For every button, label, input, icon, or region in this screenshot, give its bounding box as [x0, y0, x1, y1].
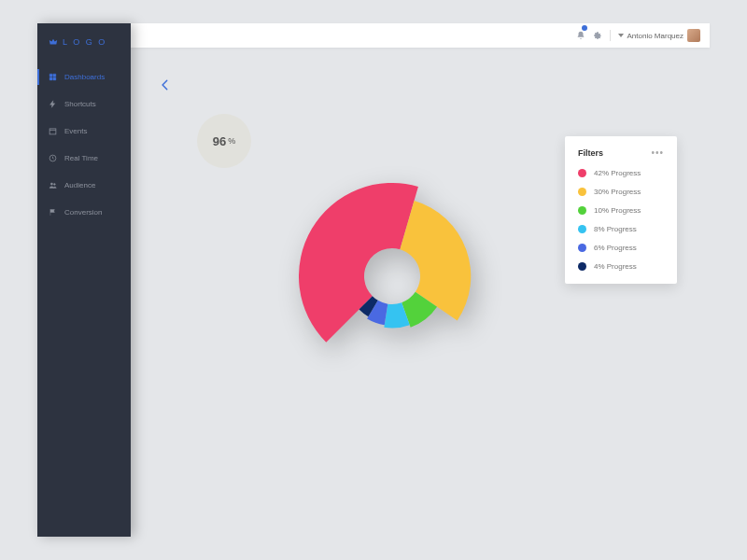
avatar	[687, 29, 700, 42]
sidebar-item-audience[interactable]: Audience	[37, 172, 131, 199]
legend-item[interactable]: 30% Progress	[578, 188, 664, 196]
chart-center-value: 96	[213, 134, 226, 148]
sidebar-item-events[interactable]: Events	[37, 118, 131, 145]
legend-item[interactable]: 10% Progress	[578, 206, 664, 215]
logo: L O G O	[37, 23, 131, 63]
caret-down-icon	[618, 34, 624, 37]
back-button[interactable]	[159, 76, 172, 98]
legend-item[interactable]: 42% Progress	[578, 169, 664, 177]
legend-swatch	[578, 169, 586, 177]
sidebar-item-conversion[interactable]: Conversion	[37, 199, 131, 226]
legend-label: 42% Progress	[594, 169, 641, 177]
legend-label: 6% Progress	[594, 244, 637, 252]
flag-icon	[49, 208, 57, 217]
filters-legend: 42% Progress30% Progress10% Progress8% P…	[578, 169, 664, 271]
legend-item[interactable]: 8% Progress	[578, 225, 664, 233]
sidebar-item-label: Conversion	[64, 208, 102, 217]
legend-swatch	[578, 225, 586, 233]
divider	[610, 30, 611, 41]
legend-item[interactable]: 4% Progress	[578, 262, 664, 271]
chevron-left-icon	[159, 76, 172, 94]
clock-icon	[49, 154, 57, 162]
chart-center-unit: %	[228, 136, 235, 146]
chart-center-label: 96 %	[197, 114, 251, 168]
progress-donut-chart	[299, 183, 486, 370]
legend-swatch	[578, 206, 586, 215]
calendar-icon	[49, 127, 57, 135]
sidebar-item-label: Audience	[64, 181, 95, 189]
bell-icon	[576, 31, 585, 40]
bolt-icon	[49, 100, 57, 108]
legend-label: 10% Progress	[594, 206, 641, 215]
legend-label: 30% Progress	[594, 188, 641, 196]
sidebar-item-dashboards[interactable]: Dashboards	[37, 63, 131, 91]
sidebar-item-label: Dashboards	[64, 73, 105, 81]
settings-button[interactable]	[593, 27, 602, 44]
legend-swatch	[578, 188, 586, 196]
main: 96 % Filters ••• 42% Progress30% Progres…	[131, 48, 710, 537]
users-icon	[49, 181, 57, 189]
sidebar-item-realtime[interactable]: Real Time	[37, 145, 131, 172]
sidebar-item-shortcuts[interactable]: Shortcuts	[37, 91, 131, 118]
filters-title: Filters	[578, 148, 603, 158]
svg-point-3	[53, 183, 55, 185]
legend-swatch	[578, 262, 586, 271]
notifications-button[interactable]	[576, 27, 585, 44]
notification-dot	[582, 25, 587, 31]
gear-icon	[593, 31, 602, 40]
legend-label: 4% Progress	[594, 262, 637, 271]
crown-icon	[49, 37, 58, 47]
logo-text: L O G O	[63, 37, 106, 47]
sidebar-item-label: Events	[64, 127, 87, 135]
user-name: Antonio Marquez	[627, 32, 684, 40]
sidebar: L O G O Dashboards Shortcuts Events Real…	[37, 23, 131, 537]
svg-point-2	[50, 183, 52, 185]
svg-rect-0	[49, 129, 56, 134]
user-menu[interactable]: Antonio Marquez	[618, 29, 700, 42]
grid-icon	[49, 73, 57, 81]
sidebar-item-label: Shortcuts	[64, 100, 96, 108]
sidebar-item-label: Real Time	[64, 154, 98, 162]
legend-swatch	[578, 244, 586, 252]
nav: Dashboards Shortcuts Events Real Time Au…	[37, 63, 131, 226]
legend-label: 8% Progress	[594, 225, 637, 233]
legend-item[interactable]: 6% Progress	[578, 244, 664, 252]
topbar: Antonio Marquez	[131, 23, 710, 48]
filters-more-button[interactable]: •••	[651, 147, 664, 158]
filters-card: Filters ••• 42% Progress30% Progress10% …	[565, 136, 677, 284]
